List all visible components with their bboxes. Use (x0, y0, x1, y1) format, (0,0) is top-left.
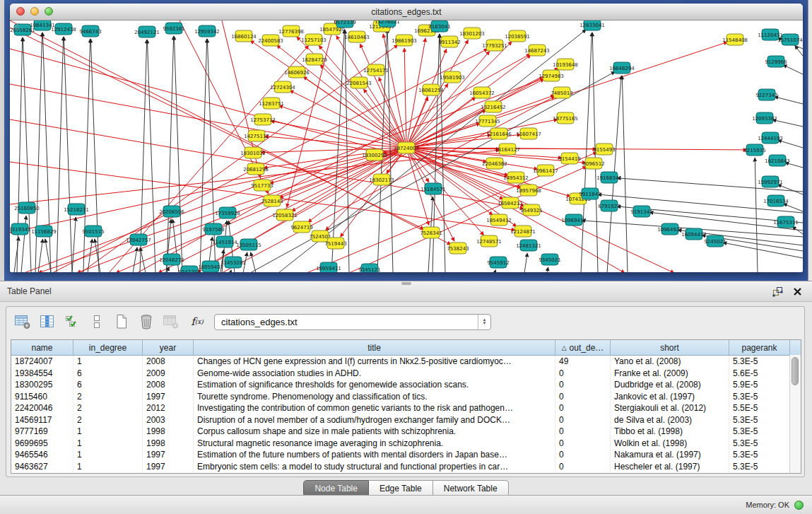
graph-node[interactable]: 12058321 (272, 209, 298, 221)
table-cell[interactable]: Estimation of significance thresholds fo… (194, 379, 555, 391)
table-cell[interactable]: 0 (555, 414, 611, 426)
graph-node[interactable]: 11453281 (220, 257, 246, 268)
column-header-short[interactable]: short (611, 340, 729, 355)
graph-node[interactable]: 16210643 (765, 155, 790, 166)
table-cell[interactable]: 5.3E-5 (729, 426, 790, 438)
graph-node[interactable]: 9155493 (593, 144, 615, 155)
graph-node[interactable]: 12093382 (752, 112, 777, 124)
graph-node[interactable]: 9345021 (539, 254, 560, 265)
table-cell[interactable]: 1998 (143, 426, 194, 438)
table-cell[interactable]: 6 (73, 379, 143, 391)
graph-edge[interactable] (777, 185, 803, 194)
graph-node[interactable]: 12776398 (278, 25, 304, 37)
table-cell[interactable]: Dudbridge et al. (2008) (611, 379, 729, 391)
graph-node[interactable]: 15992971 (758, 176, 783, 187)
table-cell[interactable]: 1 (73, 438, 143, 450)
graph-node[interactable]: 14610463 (344, 31, 370, 42)
close-window-button[interactable] (16, 7, 25, 16)
table-cell[interactable]: 2008 (143, 379, 194, 391)
table-cell[interactable]: 1 (73, 449, 143, 461)
table-cell[interactable]: Embryonic stem cells: a model to study s… (194, 461, 555, 473)
graph-edge[interactable] (277, 45, 406, 148)
table-cell[interactable]: Yano et al. (2008) (611, 356, 729, 368)
graph-node[interactable]: 18301203 (459, 28, 485, 39)
graph-node[interactable]: 16094412 (681, 228, 707, 240)
column-header-name[interactable]: name (11, 340, 73, 355)
graph-node[interactable]: 11607417 (516, 128, 541, 139)
graph-edge[interactable] (783, 65, 803, 74)
table-scrollbar[interactable] (789, 355, 801, 473)
graph-edge[interactable] (524, 253, 527, 272)
graph-edge[interactable] (406, 148, 493, 215)
table-cell[interactable]: 5.3E-5 (729, 414, 790, 426)
new-file-icon[interactable] (112, 313, 131, 330)
row-height-icon[interactable] (88, 313, 106, 330)
table-cell[interactable]: 0 (555, 461, 611, 473)
table-row[interactable]: 969969511998Structural magnetic resonanc… (11, 438, 801, 450)
minimize-window-button[interactable] (30, 7, 39, 16)
graph-node[interactable]: 7528143 (261, 195, 283, 206)
graph-edge[interactable] (345, 30, 349, 272)
graph-node[interactable]: 8215935 (743, 144, 765, 156)
table-cell[interactable]: 5.9E-5 (729, 379, 790, 391)
graph-node[interactable]: 7538243 (447, 243, 469, 254)
graph-node[interactable]: 15184571 (420, 183, 446, 194)
graph-node[interactable]: 18957968 (516, 185, 541, 196)
graph-node[interactable]: 16054372 (469, 87, 495, 98)
graph-node[interactable]: 9911843 (579, 188, 601, 199)
graph-edge[interactable] (207, 39, 216, 272)
graph-node[interactable]: 18775165 (553, 112, 578, 124)
table-cell[interactable]: 2008 (143, 356, 194, 368)
graph-node[interactable]: 7485013 (551, 87, 572, 98)
table-cell[interactable]: 0 (555, 368, 611, 380)
column-header-pagerank[interactable]: pagerank (729, 340, 790, 355)
table-cell[interactable]: 0 (555, 402, 611, 414)
graph-node[interactable]: 9624719 (290, 221, 312, 233)
graph-edge[interactable] (38, 239, 43, 272)
table-cell[interactable]: Estimation of the future numbers of pati… (194, 449, 555, 461)
table-cell[interactable]: 14569117 (11, 414, 73, 426)
window-resize-grip[interactable] (10, 21, 20, 30)
graph-edge[interactable] (57, 37, 64, 272)
table-row[interactable]: 1938455462009Genome-wide association stu… (11, 368, 801, 380)
graph-node[interactable]: 22400583 (258, 35, 283, 46)
table-cell[interactable]: 2012 (143, 402, 194, 414)
table-cell[interactable]: 2003 (143, 414, 194, 426)
table-cell[interactable]: de Silva et al. (2003) (611, 414, 729, 426)
graph-edge[interactable] (331, 30, 344, 272)
table-row[interactable]: 946554611997Estimation of the future num… (11, 449, 801, 461)
graph-node[interactable]: 9197588 (202, 223, 224, 235)
table-cell[interactable]: 2 (73, 414, 143, 426)
graph-node[interactable]: 12959342 (194, 25, 220, 37)
graph-node[interactable]: 9245021 (704, 235, 726, 247)
graph-edge[interactable] (14, 237, 19, 272)
graph-node[interactable]: 16860124 (231, 30, 257, 42)
table-cell[interactable]: 5.3E-5 (729, 391, 790, 403)
graph-node[interactable]: 9129966 (765, 56, 787, 67)
table-cell[interactable]: Tibbo et al. (1998) (611, 426, 729, 438)
graph-edge[interactable] (404, 48, 406, 148)
column-checklist-icon[interactable] (63, 313, 81, 330)
delete-icon[interactable] (137, 313, 155, 330)
graph-edge[interactable] (174, 36, 182, 272)
graph-edge[interactable] (495, 269, 496, 272)
graph-node[interactable]: 8096512 (582, 158, 604, 169)
table-cell[interactable]: Jankovic et al. (1997) (611, 391, 729, 403)
table-source-select[interactable]: citations_edges.txt ▲▼ (214, 314, 491, 330)
graph-node[interactable]: 12161646 (486, 128, 512, 139)
table-row[interactable]: 977716911998Corpus callosum shape and si… (11, 426, 801, 438)
graph-node[interactable]: 10193648 (553, 59, 578, 70)
graph-node[interactable]: 10961417 (533, 165, 558, 176)
table-cell[interactable]: Disruption of a novel member of a sodium… (194, 414, 555, 426)
graph-edge[interactable] (17, 37, 23, 272)
table-cell[interactable]: 2 (73, 391, 143, 403)
network-window-titlebar[interactable]: citations_edges.txt (10, 4, 803, 21)
table-cell[interactable]: 2009 (143, 368, 194, 380)
graph-node[interactable]: 9319341 (10, 223, 31, 235)
table-cell[interactable]: 1 (73, 356, 143, 368)
graph-edge[interactable] (406, 148, 562, 158)
table-row[interactable]: 1456911722003Disruption of a novel membe… (11, 414, 801, 426)
table-cell[interactable]: 5.3E-5 (729, 356, 790, 368)
graph-node[interactable]: 12724304 (270, 81, 295, 93)
graph-node[interactable]: 9517733 (251, 180, 273, 191)
